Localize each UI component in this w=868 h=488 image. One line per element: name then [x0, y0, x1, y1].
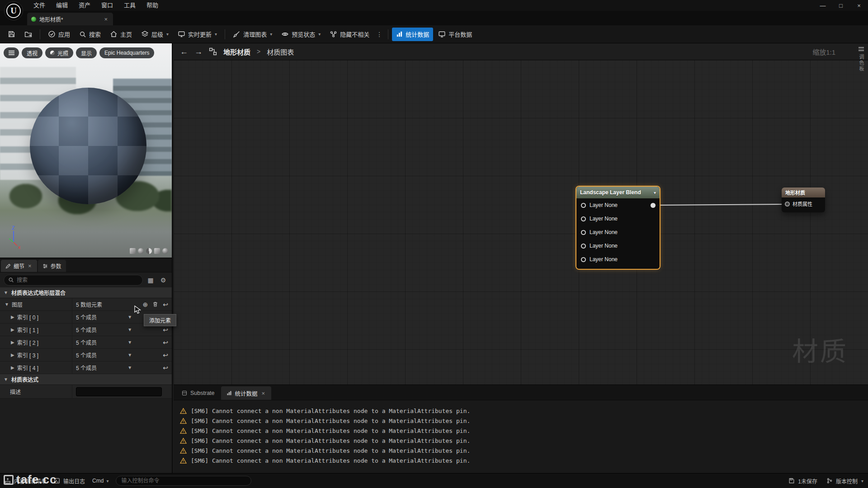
stats-tab-close-icon[interactable]: ×: [261, 390, 266, 397]
home-button[interactable]: 主页: [106, 28, 136, 41]
details-tab-close-icon[interactable]: ×: [27, 263, 33, 269]
close-icon[interactable]: ×: [850, 0, 868, 11]
cmd-dropdown[interactable]: Cmd ▾: [92, 478, 108, 484]
output-pin-icon[interactable]: [651, 203, 656, 208]
log-row[interactable]: [SM6] Cannot connect a non MaterialAttri…: [180, 416, 868, 426]
kebab-menu-icon[interactable]: ⋮: [374, 31, 384, 38]
menu-asset[interactable]: 资产: [73, 0, 96, 11]
revision-control-button[interactable]: 版本控制 ▾: [826, 477, 863, 485]
input-pin-icon[interactable]: [581, 257, 586, 262]
perspective-button[interactable]: 透视: [22, 47, 42, 58]
output-log-button[interactable]: 输出日志: [54, 477, 85, 485]
shape-plane-icon[interactable]: [146, 248, 152, 254]
platform-stats-button[interactable]: 平台数据: [434, 28, 476, 41]
display-filter-icon[interactable]: ▦: [146, 275, 156, 285]
log-row[interactable]: [SM6] Cannot connect a non MaterialAttri…: [180, 436, 868, 446]
material-attributes-pin-icon[interactable]: [785, 202, 790, 206]
chevron-down-icon[interactable]: ▼: [127, 327, 132, 332]
palette-side-tab[interactable]: 调色板: [856, 45, 867, 72]
section-material-expression[interactable]: ▼ 材质表达式: [0, 374, 172, 385]
trash-icon[interactable]: [152, 301, 158, 307]
apply-button[interactable]: 应用: [44, 28, 74, 41]
environment-button[interactable]: Epic Headquarters: [99, 47, 154, 58]
landscape-layer-blend-node[interactable]: Landscape Layer Blend ▾ Layer None Layer…: [576, 187, 660, 269]
unreal-logo-icon[interactable]: U: [4, 1, 23, 20]
node-header[interactable]: Landscape Layer Blend ▾: [576, 187, 660, 198]
array-index-row[interactable]: ▶ 索引 [ 2 ] 5 个成员 ▼ ↩: [0, 336, 172, 349]
unsaved-button[interactable]: 1未保存: [788, 477, 817, 485]
clean-graph-button[interactable]: 清理图表 ▾: [229, 28, 276, 41]
hierarchy-button[interactable]: 层级 ▾: [137, 28, 173, 41]
reset-to-default-icon[interactable]: ↩: [163, 364, 168, 371]
menu-window[interactable]: 窗口: [96, 0, 118, 11]
array-index-row[interactable]: ▶ 索引 [ 3 ] 5 个成员 ▼ ↩: [0, 349, 172, 361]
chevron-right-icon[interactable]: ▶: [11, 314, 14, 319]
reset-to-default-icon[interactable]: ↩: [163, 301, 168, 308]
array-index-row[interactable]: ▶ 索引 [ 4 ] 5 个成员 ▼ ↩: [0, 361, 172, 374]
log-row[interactable]: [SM6] Cannot connect a non MaterialAttri…: [180, 446, 868, 455]
chevron-right-icon[interactable]: ▶: [11, 365, 14, 370]
preview-state-button[interactable]: 预览状态 ▾: [277, 28, 325, 41]
chevron-right-icon[interactable]: ▶: [11, 340, 14, 345]
material-graph-canvas[interactable]: Landscape Layer Blend ▾ Layer None Layer…: [174, 60, 868, 385]
input-pin-icon[interactable]: [581, 244, 586, 249]
tab-details[interactable]: 细节 ×: [1, 260, 37, 272]
input-pin-icon[interactable]: [581, 216, 586, 221]
forward-arrow-icon[interactable]: →: [194, 47, 203, 56]
menu-tools[interactable]: 工具: [118, 0, 141, 11]
chevron-down-icon[interactable]: ▼: [127, 352, 132, 357]
menu-file[interactable]: 文件: [28, 0, 51, 11]
details-search-box[interactable]: [4, 275, 143, 286]
add-element-icon[interactable]: ⊕: [143, 301, 148, 308]
breadcrumb-current[interactable]: 材质图表: [267, 47, 294, 56]
lit-mode-button[interactable]: 光照: [45, 47, 73, 58]
chevron-right-icon[interactable]: ▶: [11, 327, 14, 332]
breadcrumb-root[interactable]: 地形材质: [223, 47, 250, 56]
shape-cylinder-icon[interactable]: [130, 248, 136, 254]
chevron-down-icon[interactable]: ▼: [127, 340, 132, 345]
stats-button[interactable]: 统计数据: [392, 28, 433, 41]
log-row[interactable]: [SM6] Cannot connect a non MaterialAttri…: [180, 426, 868, 436]
log-row[interactable]: [SM6] Cannot connect a non MaterialAttri…: [180, 455, 868, 465]
menu-edit[interactable]: 编辑: [51, 0, 73, 11]
viewport-menu-icon[interactable]: [4, 47, 19, 58]
reset-to-default-icon[interactable]: ↩: [163, 326, 168, 333]
hide-unrelated-button[interactable]: 隐藏不相关: [326, 28, 373, 41]
back-arrow-icon[interactable]: ←: [180, 47, 188, 56]
tab-parameters[interactable]: 参数: [38, 260, 66, 272]
input-pin-icon[interactable]: [581, 230, 586, 235]
chevron-down-icon[interactable]: ▾: [654, 190, 656, 195]
material-result-node[interactable]: 地形材质 材质属性: [782, 188, 825, 212]
node-header[interactable]: 地形材质: [782, 188, 825, 197]
preview-viewport[interactable]: 透视 光照 显示 Epic Headquarters Z x: [0, 43, 172, 258]
section-landscape-layer-blend[interactable]: ▼ 材质表达式地形层混合: [0, 287, 172, 298]
chevron-down-icon[interactable]: ▼: [127, 314, 132, 319]
tab-stats[interactable]: 统计数据 ×: [221, 386, 272, 400]
live-update-button[interactable]: 实时更新 ▾: [174, 28, 221, 41]
minimize-icon[interactable]: —: [814, 0, 832, 11]
search-button[interactable]: 搜索: [75, 28, 105, 41]
settings-gear-icon[interactable]: ⚙: [158, 275, 168, 285]
browse-button[interactable]: [20, 28, 36, 41]
chevron-right-icon[interactable]: ▶: [11, 352, 14, 357]
chevron-down-icon[interactable]: ▼: [127, 365, 132, 370]
chevron-down-icon[interactable]: ▼: [5, 302, 9, 307]
shape-custom-icon[interactable]: [162, 248, 168, 254]
maximize-icon[interactable]: □: [832, 0, 850, 11]
layers-array-row[interactable]: ▼ 图层 5 数组元素 ⊕ ↩: [0, 298, 172, 311]
shape-cube-icon[interactable]: [154, 248, 160, 254]
description-input[interactable]: [76, 387, 162, 396]
shape-sphere-icon[interactable]: [138, 248, 144, 254]
console-command-input[interactable]: [116, 476, 251, 486]
input-pin-icon[interactable]: [581, 203, 586, 208]
reset-to-default-icon[interactable]: ↩: [163, 352, 168, 359]
menu-help[interactable]: 帮助: [141, 0, 164, 11]
details-search-input[interactable]: [17, 277, 138, 283]
show-button[interactable]: 显示: [76, 47, 97, 58]
tab-substrate[interactable]: Substrate: [176, 386, 220, 400]
tab-close-icon[interactable]: ×: [103, 16, 108, 23]
log-row[interactable]: [SM6] Cannot connect a non MaterialAttri…: [180, 406, 868, 416]
reset-to-default-icon[interactable]: ↩: [163, 339, 168, 346]
save-button[interactable]: [4, 28, 19, 41]
asset-tab-landscape-material[interactable]: 地形材质* ×: [27, 13, 113, 25]
